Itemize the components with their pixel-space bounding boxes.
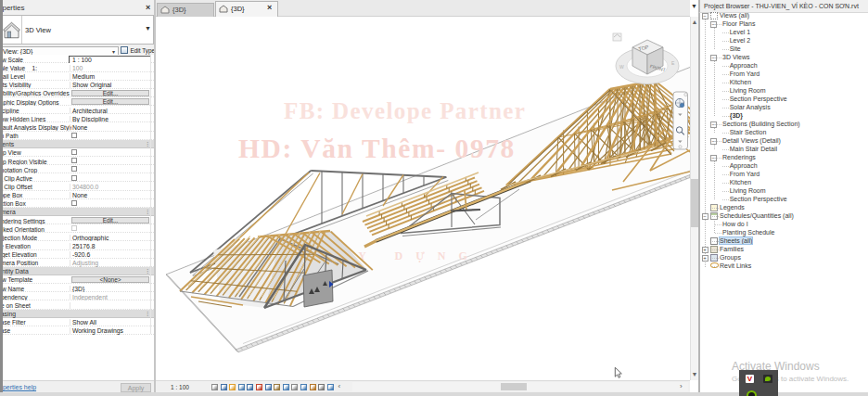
svg-text:FB: Develope Partner: FB: Develope Partner: [284, 98, 526, 123]
svg-text:W: W: [619, 64, 624, 70]
svg-text:HD: Văn Thêm- 0978: HD: Văn Thêm- 0978: [238, 134, 516, 163]
